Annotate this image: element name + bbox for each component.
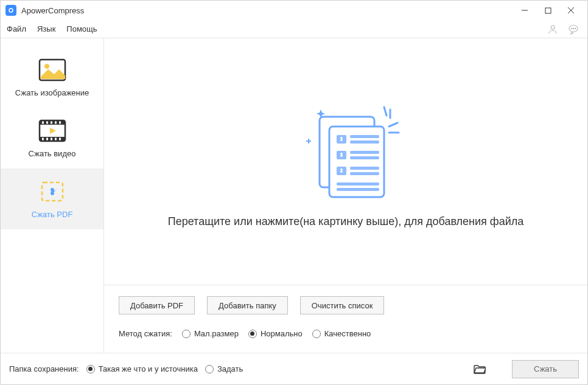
sidebar-item-image[interactable]: Сжать изображение (1, 47, 103, 108)
footer-bar: Папка сохранения: Такая же что и у источ… (1, 353, 587, 384)
app-title: ApowerCompress (21, 6, 513, 15)
radio-label: Качественно (324, 329, 371, 338)
svg-point-5 (551, 26, 555, 29)
svg-rect-39 (350, 167, 379, 170)
radio-label: Задать (217, 364, 243, 373)
method-option-quality[interactable]: Качественно (312, 329, 371, 338)
svg-point-8 (573, 28, 573, 29)
title-bar: ApowerCompress (1, 1, 587, 20)
svg-rect-36 (350, 151, 379, 154)
method-label: Метод сжатия: (119, 329, 172, 338)
svg-rect-15 (42, 121, 44, 123)
sidebar-item-pdf[interactable]: Сжать PDF (1, 168, 103, 229)
sidebar-item-label: Сжать PDF (32, 210, 73, 219)
save-option-custom[interactable]: Задать (205, 364, 243, 373)
content-area: Перетащите или нажмите(на картинку выше)… (104, 38, 587, 353)
svg-line-30 (389, 123, 397, 127)
svg-rect-37 (350, 156, 379, 159)
svg-rect-42 (337, 188, 379, 191)
menu-file[interactable]: Файл (7, 24, 26, 33)
svg-point-9 (575, 28, 575, 29)
compression-method-row: Метод сжатия: Мал.размер Нормально Качес… (119, 329, 573, 338)
clear-list-button[interactable]: Очистить список (300, 296, 385, 314)
svg-point-11 (44, 64, 49, 69)
drop-text: Перетащите или нажмите(на картинку выше)… (168, 215, 524, 228)
browse-folder-button[interactable] (472, 362, 488, 376)
sidebar-item-video[interactable]: Сжать видео (1, 108, 103, 168)
button-row: Добавить PDF Добавить папку Очистить спи… (119, 296, 573, 314)
sidebar-item-label: Сжать видео (29, 149, 76, 158)
pdf-icon (38, 179, 67, 204)
radio-label: Мал.размер (194, 329, 239, 338)
compress-button[interactable]: Сжать (512, 360, 579, 378)
svg-rect-33 (350, 135, 379, 138)
svg-rect-21 (46, 137, 48, 140)
menu-help[interactable]: Помощь (66, 24, 97, 33)
svg-point-0 (9, 9, 13, 12)
user-icon[interactable] (545, 21, 561, 37)
menu-bar: Файл Язык Помощь (1, 20, 587, 38)
method-option-small[interactable]: Мал.размер (182, 329, 239, 338)
controls-panel: Добавить PDF Добавить папку Очистить спи… (104, 285, 587, 353)
svg-line-28 (384, 107, 387, 116)
drop-zone[interactable]: Перетащите или нажмите(на картинку выше)… (104, 38, 587, 285)
svg-rect-41 (337, 182, 379, 186)
radio-icon (86, 365, 95, 373)
add-folder-button[interactable]: Добавить папку (207, 296, 288, 314)
video-icon (38, 119, 67, 143)
menu-language[interactable]: Язык (37, 24, 55, 33)
radio-icon (312, 330, 321, 338)
svg-rect-19 (59, 121, 61, 123)
svg-rect-40 (350, 172, 379, 175)
maximize-button[interactable] (536, 1, 559, 20)
svg-rect-20 (42, 137, 44, 140)
svg-rect-18 (55, 121, 57, 123)
close-button[interactable] (559, 1, 583, 20)
image-icon (38, 58, 67, 82)
svg-rect-17 (51, 121, 52, 123)
svg-rect-22 (51, 137, 52, 140)
feedback-icon[interactable] (565, 21, 581, 37)
radio-icon (205, 365, 214, 373)
add-pdf-button[interactable]: Добавить PDF (119, 296, 195, 314)
save-option-source[interactable]: Такая же что и у источника (86, 364, 198, 373)
minimize-button[interactable] (513, 1, 536, 20)
sidebar-item-label: Сжать изображение (15, 88, 89, 97)
drop-illustration-icon (294, 95, 397, 198)
main-area: Сжать изображение Сжать видео Сжать PDF (1, 38, 587, 353)
svg-point-7 (571, 28, 572, 29)
radio-icon (248, 330, 257, 338)
svg-rect-16 (46, 121, 48, 123)
method-option-normal[interactable]: Нормально (248, 329, 303, 338)
svg-rect-2 (545, 8, 551, 13)
svg-rect-24 (59, 137, 61, 140)
sidebar: Сжать изображение Сжать видео Сжать PDF (1, 38, 104, 353)
svg-rect-34 (350, 140, 379, 144)
svg-rect-23 (55, 137, 57, 140)
app-icon (5, 5, 16, 16)
radio-label: Такая же что и у источника (99, 364, 198, 373)
radio-label: Нормально (261, 329, 303, 338)
save-folder-label: Папка сохранения: (9, 364, 79, 373)
radio-icon (182, 330, 191, 338)
